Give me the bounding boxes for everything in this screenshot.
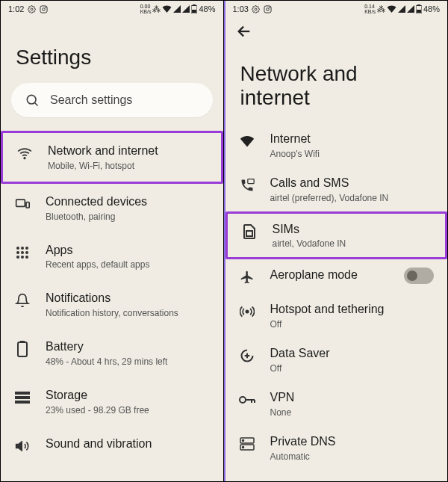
svg-point-9	[24, 158, 25, 159]
svg-rect-22	[18, 342, 27, 356]
item-sub: Bluetooth, pairing	[46, 211, 210, 222]
svg-point-15	[16, 251, 19, 254]
svg-marker-26	[16, 442, 22, 451]
svg-point-17	[25, 251, 28, 254]
svg-point-14	[25, 247, 28, 250]
key-icon	[239, 392, 255, 408]
page-title: Network and internet	[225, 40, 448, 123]
network-item-aeroplane[interactable]: Aeroplane mode	[225, 259, 448, 294]
svg-rect-23	[15, 392, 30, 395]
svg-point-46	[242, 439, 243, 441]
back-button[interactable]	[225, 16, 448, 40]
item-title: Private DNS	[270, 434, 435, 450]
item-sub: 48% - About 4 hrs, 29 mins left	[46, 356, 210, 367]
settings-item-network[interactable]: Network and internet Mobile, Wi-Fi, hots…	[1, 131, 223, 184]
gear-icon	[252, 4, 261, 13]
settings-item-battery[interactable]: Battery 48% - About 4 hrs, 29 mins left	[1, 329, 223, 377]
svg-rect-25	[15, 401, 30, 404]
battery-icon	[416, 4, 422, 13]
svg-point-12	[16, 247, 19, 250]
svg-point-20	[25, 256, 28, 259]
svg-point-30	[270, 7, 270, 7]
settings-item-sound[interactable]: Sound and vibration	[1, 426, 223, 465]
wifi-icon	[239, 133, 255, 149]
svg-point-40	[240, 397, 246, 403]
network-item-datasaver[interactable]: Data Saver Off	[225, 338, 448, 382]
item-title: Notifications	[46, 291, 210, 306]
svg-point-37	[246, 311, 248, 313]
svg-point-19	[21, 256, 24, 259]
settings-item-apps[interactable]: Apps Recent apps, default apps	[1, 232, 223, 281]
item-sub: Automatic	[270, 451, 435, 462]
network-item-calls[interactable]: Calls and SMS airtel (preferred), Vodafo…	[225, 167, 448, 211]
bluetooth-icon: ⁂	[377, 4, 385, 14]
svg-point-7	[27, 95, 36, 104]
item-title: Hotspot and tethering	[270, 302, 435, 318]
item-title: SIMs	[273, 222, 432, 238]
item-title: Apps	[46, 243, 210, 259]
network-item-hotspot[interactable]: Hotspot and tethering Off	[225, 294, 448, 338]
svg-point-47	[242, 446, 243, 448]
svg-point-2	[43, 7, 46, 10]
svg-rect-11	[26, 202, 29, 208]
signal-icon-2	[407, 5, 414, 13]
bell-icon	[14, 292, 31, 309]
item-sub: airtel, Vodafone IN	[273, 238, 432, 249]
instagram-icon	[39, 4, 48, 13]
network-item-vpn[interactable]: VPN None	[225, 382, 448, 426]
aeroplane-toggle[interactable]	[404, 268, 434, 284]
svg-point-29	[267, 7, 270, 10]
battery-icon	[14, 341, 31, 357]
search-input[interactable]: Search settings	[11, 83, 213, 117]
net-speed: 0.14KB/s	[364, 4, 376, 14]
battery-pct: 48%	[423, 4, 440, 13]
battery-pct: 48%	[199, 4, 215, 13]
svg-rect-24	[15, 396, 30, 399]
item-sub: None	[270, 407, 435, 418]
search-placeholder: Search settings	[50, 93, 132, 107]
battery-icon	[191, 4, 197, 13]
gear-icon	[27, 4, 36, 13]
storage-icon	[14, 389, 31, 406]
item-title: Connected devices	[46, 194, 210, 210]
signal-icon	[173, 5, 181, 13]
item-title: VPN	[270, 390, 435, 406]
svg-point-18	[16, 256, 19, 259]
wifi-icon	[387, 5, 396, 13]
apps-icon	[14, 244, 31, 261]
item-sub: airtel (preferred), Vodafone IN	[270, 193, 435, 203]
data-saver-icon	[239, 347, 255, 364]
network-item-internet[interactable]: Internet Anoop's Wifi	[225, 123, 448, 167]
status-bar: 1:03 0.14KB/s ⁂ 48%	[225, 1, 448, 16]
phone-screen-network: 1:03 0.14KB/s ⁂ 48% Network and internet…	[224, 1, 448, 481]
wifi-icon	[162, 5, 172, 13]
item-sub: Off	[270, 363, 435, 374]
item-title: Internet	[270, 132, 435, 147]
item-title: Aeroplane mode	[270, 268, 390, 283]
settings-item-connected[interactable]: Connected devices Bluetooth, pairing	[1, 184, 223, 232]
settings-item-notifications[interactable]: Notifications Notification history, conv…	[1, 280, 223, 329]
svg-rect-35	[247, 179, 253, 183]
item-sub: Anoop's Wifi	[270, 149, 435, 159]
network-item-sims[interactable]: SIMs airtel, Vodafone IN	[225, 211, 448, 260]
svg-point-16	[21, 251, 24, 254]
item-sub: Off	[270, 319, 435, 330]
item-title: Calls and SMS	[270, 176, 435, 191]
instagram-icon	[264, 4, 273, 13]
signal-icon-2	[182, 5, 190, 13]
item-sub: Notification history, conversations	[46, 308, 210, 318]
devices-icon	[14, 196, 31, 212]
hotspot-icon	[239, 303, 255, 320]
signal-icon	[398, 5, 405, 13]
network-item-dns[interactable]: Private DNS Automatic	[225, 426, 448, 470]
status-bar: 1:02 0.00KB/s ⁂ 48%	[1, 1, 223, 16]
wifi-icon	[16, 145, 33, 161]
phone-msg-icon	[239, 177, 255, 194]
search-icon	[25, 93, 40, 108]
arrow-left-icon	[236, 23, 252, 40]
item-sub: 23% used - 98.29 GB free	[46, 405, 210, 415]
item-sub: Mobile, Wi-Fi, hotspot	[48, 161, 208, 171]
settings-item-storage[interactable]: Storage 23% used - 98.29 GB free	[1, 377, 223, 426]
item-title: Sound and vibration	[46, 436, 210, 452]
status-time: 1:03	[233, 4, 249, 13]
